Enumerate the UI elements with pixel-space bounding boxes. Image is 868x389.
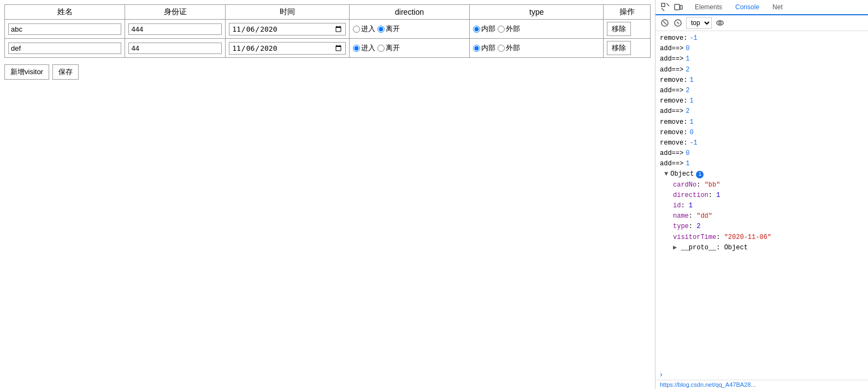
status-bar: https://blog.csdn.net/qq_A47BA28... [656,380,868,389]
console-label-5: add==> [660,86,683,96]
console-line-12: add==> 1 [660,159,864,169]
tab-console[interactable]: Console [729,0,766,15]
add-visitor-button[interactable]: 新增visitor [4,64,49,80]
direction-leave-text-1: 离开 [386,43,400,53]
type-inner-label-1[interactable]: 内部 [473,43,495,53]
svg-line-6 [663,21,666,25]
prop-val-direction: 1 [716,191,720,199]
direction-enter-text-0: 进入 [361,24,375,34]
console-value-5: 2 [686,86,689,96]
type-group-0: 内部 外部 [473,24,600,34]
type-inner-text-1: 内部 [481,43,495,53]
prop-direction: direction: 1 [673,190,864,201]
prop-val-name: "dd" [696,212,712,220]
console-line-9: remove: 0 [660,128,864,138]
type-inner-label-0[interactable]: 内部 [473,24,495,34]
console-value-9: 0 [689,128,693,138]
console-line-3: add==> 2 [660,65,864,75]
console-line-8: remove: 1 [660,117,864,128]
direction-leave-radio-1[interactable] [377,45,385,52]
console-label-0: remove: [660,33,687,44]
svg-line-8 [677,22,679,24]
prop-key-cardno: cardNo [673,181,696,189]
type-outer-radio-1[interactable] [498,45,505,52]
console-label-1: add==> [660,44,683,54]
type-outer-label-1[interactable]: 外部 [498,43,520,53]
prop-key-visitortime: visitorTime [673,234,716,241]
direction-enter-label-1[interactable]: 进入 [353,43,375,53]
prop-name: name: "dd" [673,211,864,222]
prop-key-name: name [673,212,689,220]
remove-button-1[interactable]: 移除 [607,41,631,55]
type-outer-text-1: 外部 [506,43,520,53]
svg-line-1 [666,3,669,6]
svg-point-10 [719,22,721,24]
visitor-table: 姓名 身份证 时间 direction type 操作 [4,4,651,58]
id-card-input-1[interactable] [128,43,222,54]
id-card-input-0[interactable] [128,23,222,35]
direction-enter-radio-1[interactable] [353,45,360,52]
prop-val-visitortime: "2020-11-06" [724,234,771,241]
console-value-4: 1 [689,75,693,86]
time-input-0[interactable] [229,23,346,35]
console-value-11: 0 [686,148,689,159]
svg-rect-3 [675,4,680,10]
save-button[interactable]: 保存 [52,64,79,80]
console-value-12: 1 [686,159,689,169]
proto-collapse-icon[interactable]: ▶ [673,244,677,252]
type-outer-label-0[interactable]: 外部 [498,24,520,34]
console-filter-icon[interactable] [673,18,683,28]
prop-val-type: 2 [696,223,700,230]
prop-proto[interactable]: ▶ __proto__: Object [673,243,864,253]
direction-leave-label-1[interactable]: 离开 [377,43,400,53]
context-selector[interactable]: top [686,17,712,29]
type-inner-radio-1[interactable] [473,45,480,52]
console-value-10: -1 [689,138,697,148]
inspect-element-icon[interactable] [660,2,671,13]
direction-leave-radio-0[interactable] [377,26,385,33]
settings-icon[interactable] [715,18,725,28]
console-label-4: remove: [660,75,687,86]
console-label-11: add==> [660,148,683,159]
console-label-6: remove: [660,96,687,106]
direction-leave-label-0[interactable]: 离开 [377,24,400,34]
prop-id: id: 1 [673,201,864,211]
remove-button-0[interactable]: 移除 [607,22,631,36]
console-prompt-icon: › [660,370,663,379]
prop-val-id: 1 [689,202,693,210]
tab-elements[interactable]: Elements [688,0,729,15]
object-info-icon[interactable]: i [696,171,704,178]
console-value-1: 0 [686,44,689,54]
tab-network[interactable]: Net [766,0,789,15]
console-value-7: 2 [686,106,689,117]
proto-label: __proto__: Object [681,244,747,252]
name-input-0[interactable] [8,23,121,35]
type-group-1: 内部 外部 [473,43,600,53]
console-clear-icon[interactable] [660,18,670,28]
header-time: 时间 [226,5,350,20]
console-label-9: remove: [660,128,687,138]
console-label-7: add==> [660,106,683,117]
console-line-1: add==> 0 [660,44,864,54]
direction-enter-label-0[interactable]: 进入 [353,24,375,34]
object-collapse-icon[interactable]: ▼ [664,169,668,179]
direction-enter-radio-0[interactable] [353,26,360,33]
time-input-1[interactable] [229,42,346,55]
console-label-8: remove: [660,117,687,128]
header-type: type [470,5,604,20]
console-line-11: add==> 0 [660,148,864,159]
type-outer-radio-0[interactable] [498,26,505,33]
type-inner-radio-0[interactable] [473,26,480,33]
direction-enter-text-1: 进入 [361,43,375,53]
header-action: 操作 [604,5,651,20]
prop-cardno: cardNo: "bb" [673,180,864,190]
table-row: 进入 离开 内部 [5,39,651,58]
name-input-1[interactable] [8,43,121,54]
object-header: ▼ Object i [664,169,864,179]
console-label-3: add==> [660,65,683,75]
direction-group-1: 进入 离开 [353,43,466,53]
console-value-2: 1 [686,54,689,64]
device-toolbar-icon[interactable] [673,2,684,13]
console-value-6: 1 [689,96,693,106]
direction-group-0: 进入 离开 [353,24,466,34]
